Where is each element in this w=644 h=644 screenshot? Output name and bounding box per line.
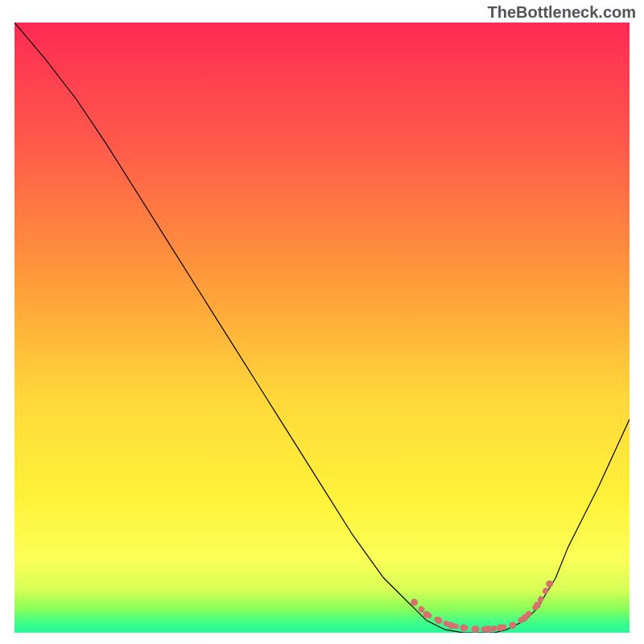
chart-container: TheBottleneck.com — [0, 0, 644, 644]
plot-area — [14, 23, 630, 633]
chart-svg — [14, 23, 630, 633]
marker-point — [546, 580, 553, 588]
watermark-text: TheBottleneck.com — [488, 3, 636, 22]
gradient-background — [14, 23, 630, 633]
